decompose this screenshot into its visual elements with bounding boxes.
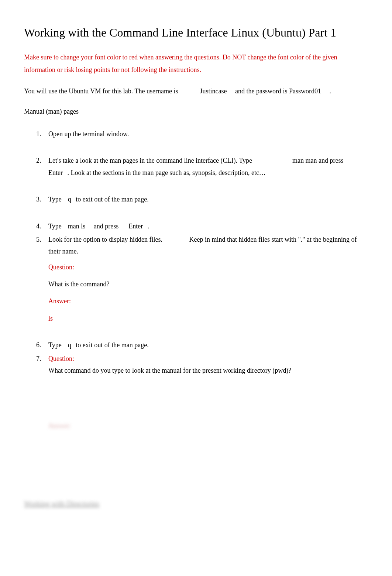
step-6-text-a: Type xyxy=(48,341,63,349)
step-1: Open up the terminal window. xyxy=(36,128,362,140)
step-2-text-a: Let's take a look at the man pages in th… xyxy=(48,157,254,164)
step-4-text-a: Type xyxy=(48,223,63,230)
page-title: Working with the Command Line Interface … xyxy=(24,22,362,44)
username-value: Justincase xyxy=(200,87,227,95)
intro-text-2: and the password is xyxy=(235,87,289,95)
intro-paragraph: You will use the Ubuntu VM for this lab.… xyxy=(24,85,362,97)
question-5-label: Question: xyxy=(48,261,362,273)
step-2-text-c: . Look at the sections in the man page s… xyxy=(67,169,265,176)
step-2-key: Enter xyxy=(48,169,63,176)
step-6-text-b: to exit out of the man page. xyxy=(76,341,148,349)
step-6: Type q to exit out of the man page. xyxy=(36,339,362,351)
answer-5-text: ls xyxy=(48,313,362,324)
step-1-text: Open up the terminal window. xyxy=(48,130,129,138)
intro-text-3: . xyxy=(329,87,331,95)
step-3-key: q xyxy=(68,196,71,203)
blurred-section-heading: Working with Directories xyxy=(24,498,362,510)
question-7-text: What command do you type to look at the … xyxy=(48,365,362,376)
step-5-text-a: Look for the option to display hidden fi… xyxy=(48,236,162,243)
answer-5-label: Answer: xyxy=(48,295,362,307)
question-7-label: Question: xyxy=(48,355,74,362)
step-6-key: q xyxy=(68,341,71,349)
blurred-answer-label: Answer: xyxy=(48,421,362,431)
step-2-command: man man xyxy=(292,157,317,164)
step-4-command: man ls xyxy=(68,223,86,230)
intro-text-1: You will use the Ubuntu VM for this lab.… xyxy=(24,87,180,95)
question-5-text: What is the command? xyxy=(48,278,362,290)
step-4-text-b: and press xyxy=(94,223,120,230)
step-4-key: Enter xyxy=(128,223,143,230)
step-2: Let's take a look at the man pages in th… xyxy=(36,155,362,179)
step-4: Type man ls and press Enter . xyxy=(36,220,362,232)
password-value: Password01 xyxy=(289,87,321,95)
step-3: Type q to exit out of the man page. xyxy=(36,193,362,205)
step-4-text-c: . xyxy=(148,223,149,230)
warning-text: Make sure to change your font color to r… xyxy=(24,51,362,76)
step-3-text-b: to exit out of the man page. xyxy=(76,196,148,203)
steps-list: Open up the terminal window. Let's take … xyxy=(24,128,362,376)
step-5: Look for the option to display hidden fi… xyxy=(36,234,362,324)
step-7: Question: What command do you type to lo… xyxy=(36,353,362,377)
step-3-text-a: Type xyxy=(48,196,63,203)
section-heading-man-pages: Manual (man) pages xyxy=(24,106,362,117)
step-2-text-b: and press xyxy=(319,157,345,164)
